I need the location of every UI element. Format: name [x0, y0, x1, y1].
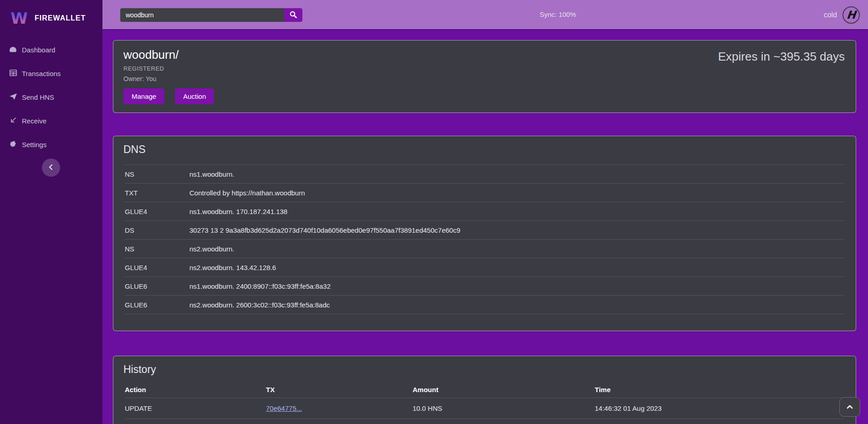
dns-record-type: GLUE6 — [125, 282, 189, 290]
wallet-name: cold — [824, 11, 837, 19]
history-card: History Action TX Amount Time UPDATE 70e… — [113, 356, 856, 424]
history-col-amount: Amount — [413, 386, 595, 393]
dns-record-value: ns2.woodburn. 143.42.128.6 — [189, 264, 276, 271]
sidebar-item-send-hns[interactable]: Send HNS — [9, 91, 102, 103]
history-col-action: Action — [125, 386, 266, 393]
expires-label: Expires in ~395.35 days — [718, 50, 845, 64]
dns-record-type: GLUE6 — [125, 301, 189, 309]
name-summary-card: woodburn/ REGISTERED Owner: You Manage A… — [113, 40, 856, 113]
dns-record-row: NS ns1.woodburn. — [125, 165, 844, 184]
brand: W FIREWALLET — [0, 0, 102, 30]
name-owner: Owner: You — [123, 75, 846, 82]
dns-record-row: GLUE4 ns2.woodburn. 143.42.128.6 — [125, 258, 844, 277]
paper-plane-icon — [9, 93, 17, 101]
gauge-icon — [9, 46, 17, 54]
search-input[interactable] — [120, 8, 284, 22]
history-time: 14:46:32 01 Aug 2023 — [595, 404, 844, 412]
history-col-time: Time — [595, 386, 844, 393]
dns-record-row: GLUE6 ns2.woodburn. 2600:3c02::f03c:93ff… — [125, 296, 844, 314]
dns-record-row: GLUE6 ns1.woodburn. 2400:8907::f03c:93ff… — [125, 277, 844, 296]
name-status: REGISTERED — [123, 65, 846, 72]
dns-record-type: DS — [125, 226, 189, 234]
topbar: Sync: 100% cold H — [102, 0, 868, 30]
sidebar-nav: Dashboard Transactions Send HNS Receive … — [0, 30, 102, 151]
dns-record-row: GLUE4 ns1.woodburn. 170.187.241.138 — [125, 202, 844, 221]
search-group — [120, 8, 302, 22]
manage-button[interactable]: Manage — [123, 88, 164, 104]
dns-record-type: GLUE4 — [125, 264, 189, 271]
dns-record-value: ns1.woodburn. 170.187.241.138 — [189, 208, 287, 215]
dns-record-row: NS ns2.woodburn. — [125, 240, 844, 258]
sidebar-item-receive[interactable]: Receive — [9, 115, 102, 127]
dns-record-type: TXT — [125, 189, 189, 197]
dns-record-type: NS — [125, 245, 189, 253]
dns-record-value: ns2.woodburn. 2600:3c02::f03c:93ff:fe5a:… — [189, 301, 330, 309]
sidebar-collapse-button[interactable] — [42, 158, 60, 177]
gear-icon — [9, 141, 17, 149]
name-actions: Manage Auction — [123, 88, 846, 104]
table-icon — [9, 70, 17, 77]
sidebar-item-label: Receive — [22, 117, 46, 125]
handshake-logo-icon: H — [842, 6, 860, 24]
sync-status: Sync: 100% — [540, 10, 576, 18]
dns-record-type: GLUE4 — [125, 208, 189, 215]
dns-record-value: Controlled by https://nathan.woodburn — [189, 189, 305, 197]
sidebar-item-dashboard[interactable]: Dashboard — [9, 44, 102, 56]
firewallet-logo-icon: W — [10, 9, 28, 28]
scroll-to-top-button[interactable] — [839, 397, 860, 417]
main-content: woodburn/ REGISTERED Owner: You Manage A… — [102, 31, 868, 424]
logo-glyph: W — [10, 9, 28, 27]
dns-record-value: ns2.woodburn. — [189, 245, 234, 253]
dns-record-type: NS — [125, 170, 189, 178]
wallet-area[interactable]: cold H — [824, 0, 860, 30]
search-button[interactable] — [284, 8, 302, 22]
history-table: Action TX Amount Time UPDATE 70e64775...… — [125, 381, 844, 424]
brand-title: FIREWALLET — [35, 14, 86, 22]
sidebar-item-transactions[interactable]: Transactions — [9, 67, 102, 80]
history-card-title: History — [113, 363, 856, 376]
history-row: RENEW d7e3c40... 10.0 HNS 15:47:36 07 Fe… — [125, 419, 844, 424]
dns-table: NS ns1.woodburn. TXT Controlled by https… — [125, 164, 844, 314]
dns-record-value: 30273 13 2 9a3a8fb3d625d2a2073d740f10da6… — [189, 226, 460, 234]
dns-card-title: DNS — [113, 143, 856, 156]
chevron-up-icon — [847, 404, 853, 410]
dns-record-row: TXT Controlled by https://nathan.woodbur… — [125, 184, 844, 202]
history-row: UPDATE 70e64775... 10.0 HNS 14:46:32 01 … — [125, 398, 844, 419]
sidebar: W FIREWALLET Dashboard Transactions Send… — [0, 0, 102, 424]
sidebar-item-label: Send HNS — [22, 93, 54, 101]
sidebar-item-label: Settings — [22, 141, 46, 148]
sidebar-item-settings[interactable]: Settings — [9, 138, 102, 151]
history-amount: 10.0 HNS — [413, 404, 595, 412]
sidebar-item-label: Dashboard — [22, 46, 55, 54]
dns-card: DNS NS ns1.woodburn. TXT Controlled by h… — [113, 136, 856, 331]
history-col-tx: TX — [266, 386, 413, 393]
chevron-left-icon — [48, 164, 54, 172]
sidebar-item-label: Transactions — [22, 70, 61, 77]
dns-record-value: ns1.woodburn. 2400:8907::f03c:93ff:fe5a:… — [189, 282, 331, 290]
history-action: UPDATE — [125, 404, 266, 412]
search-icon — [290, 11, 297, 20]
tx-link[interactable]: 70e64775... — [266, 404, 302, 412]
receive-arrow-icon — [9, 117, 17, 125]
history-header-row: Action TX Amount Time — [125, 381, 844, 398]
dns-record-value: ns1.woodburn. — [189, 170, 234, 178]
dns-record-row: DS 30273 13 2 9a3a8fb3d625d2a2073d740f10… — [125, 221, 844, 240]
auction-button[interactable]: Auction — [175, 88, 214, 104]
